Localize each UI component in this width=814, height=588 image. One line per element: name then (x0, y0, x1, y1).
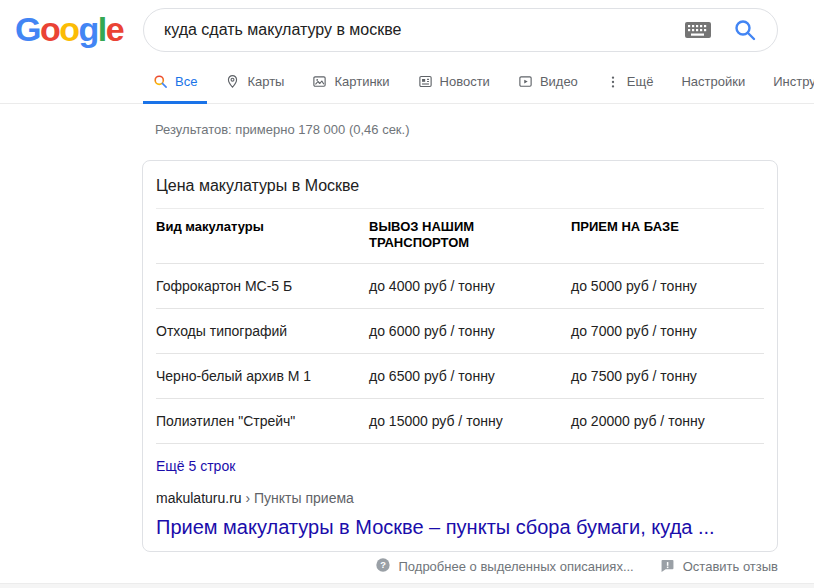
snippet-title: Цена макулатуры в Москве (156, 176, 764, 196)
price-table-body: Гофрокартон МС-5 Бдо 4000 руб / тоннудо … (156, 264, 764, 444)
column-header: Вид макулатуры (156, 209, 369, 264)
map-pin-icon (225, 74, 240, 89)
table-row: Черно-белый архив М 1до 6500 руб / тонну… (156, 354, 764, 399)
table-cell: Отходы типографий (156, 309, 369, 354)
table-cell: Гофрокартон МС-5 Б (156, 264, 369, 309)
search-icon[interactable] (733, 18, 757, 42)
table-cell: до 6000 руб / тонну (369, 309, 571, 354)
table-row: Отходы типографийдо 6000 руб / тоннудо 7… (156, 309, 764, 354)
image-icon (312, 74, 327, 89)
about-snippets-label: Подробнее о выделенных описаниях... (399, 559, 634, 574)
tab-label: Новости (440, 74, 490, 89)
column-header: ВЫВОЗ НАШИМ ТРАНСПОРТОМ (369, 209, 571, 264)
settings-menu[interactable]: Настройки (671, 60, 755, 103)
feedback-link[interactable]: Оставить отзыв (660, 558, 778, 576)
breadcrumb: Пункты приема (254, 490, 354, 506)
featured-snippet-card: Цена макулатуры в Москве Вид макулатуры … (142, 160, 778, 552)
price-table: Вид макулатуры ВЫВОЗ НАШИМ ТРАНСПОРТОМ П… (156, 208, 764, 444)
tab-label: Картинки (334, 74, 389, 89)
table-row: Гофрокартон МС-5 Бдо 4000 руб / тоннудо … (156, 264, 764, 309)
feedback-icon (660, 558, 675, 576)
settings-label: Настройки (681, 74, 745, 89)
keyboard-icon[interactable] (685, 22, 711, 39)
tab-video[interactable]: Видео (508, 60, 588, 103)
snippet-footer: ? Подробнее о выделенных описаниях... Ос… (375, 557, 778, 576)
about-snippets-link[interactable]: ? Подробнее о выделенных описаниях... (375, 557, 634, 576)
table-header-row: Вид макулатуры ВЫВОЗ НАШИМ ТРАНСПОРТОМ П… (156, 209, 764, 264)
tab-label: Видео (540, 74, 578, 89)
google-logo[interactable]: Google (15, 9, 123, 49)
search-tabs-bar: Все Карты Картинки (0, 60, 814, 104)
tab-maps[interactable]: Карты (215, 60, 294, 103)
news-icon (418, 74, 433, 89)
table-cell: до 20000 руб / тонну (571, 399, 764, 444)
result-title-link[interactable]: Прием макулатуры в Москве – пункты сбора… (156, 514, 764, 540)
tab-label: Карты (247, 74, 284, 89)
table-cell: до 6500 руб / тонну (369, 354, 571, 399)
search-input[interactable] (162, 20, 685, 40)
feedback-label: Оставить отзыв (683, 559, 778, 574)
source-domain: makulaturu.ru (156, 490, 242, 506)
more-dots-icon (606, 75, 620, 89)
tools-menu[interactable]: Инструменты (763, 60, 814, 103)
tab-label: Ещё (627, 74, 654, 89)
tab-more[interactable]: Ещё (596, 60, 664, 103)
breadcrumb-separator: › (245, 490, 250, 506)
more-rows-link[interactable]: Ещё 5 строк (156, 458, 235, 474)
search-box[interactable] (143, 8, 778, 52)
tab-all[interactable]: Все (143, 60, 207, 103)
result-stats: Результатов: примерно 178 000 (0,46 сек.… (155, 122, 410, 137)
table-cell: Черно-белый архив М 1 (156, 354, 369, 399)
tab-label: Все (175, 74, 197, 89)
result-citation: makulaturu.ru › Пункты приема (156, 489, 764, 507)
tab-images[interactable]: Картинки (302, 60, 399, 103)
table-cell: Полиэтилен "Стрейч" (156, 399, 369, 444)
search-icon (153, 74, 168, 89)
table-cell: до 5000 руб / тонну (571, 264, 764, 309)
column-header: ПРИЕМ НА БАЗЕ (571, 209, 764, 264)
table-cell: до 7000 руб / тонну (571, 309, 764, 354)
svg-text:?: ? (380, 560, 386, 570)
video-play-icon (518, 74, 533, 89)
page-footer-edge (0, 583, 814, 588)
table-cell: до 4000 руб / тонну (369, 264, 571, 309)
tab-news[interactable]: Новости (408, 60, 500, 103)
table-cell: до 15000 руб / тонну (369, 399, 571, 444)
table-cell: до 7500 руб / тонну (571, 354, 764, 399)
tools-label: Инструменты (773, 74, 814, 89)
table-row: Полиэтилен "Стрейч"до 15000 руб / тоннуд… (156, 399, 764, 444)
help-icon: ? (375, 557, 391, 576)
